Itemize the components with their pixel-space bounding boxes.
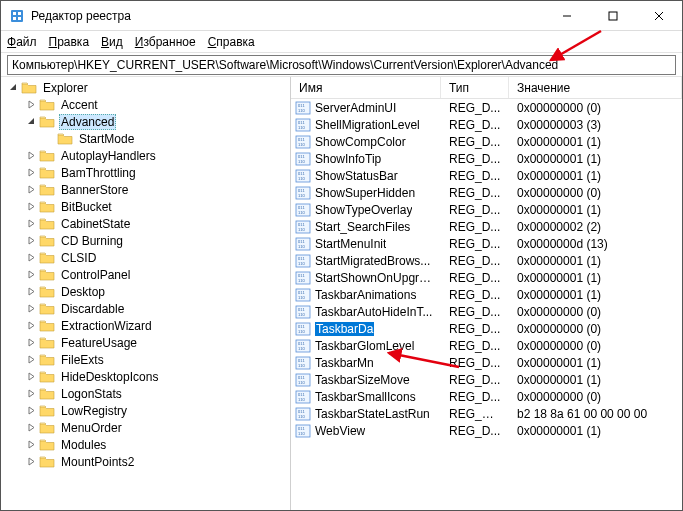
value-row[interactable]: 011110ShowSuperHiddenREG_D...0x00000000 … — [291, 184, 682, 201]
value-row[interactable]: 011110ShowStatusBarREG_D...0x00000001 (1… — [291, 167, 682, 184]
chevron-right-icon[interactable] — [26, 355, 36, 365]
value-row[interactable]: 011110TaskbarMnREG_D...0x00000001 (1) — [291, 354, 682, 371]
folder-icon — [21, 81, 37, 95]
regedit-icon — [9, 8, 25, 24]
value-row[interactable]: 011110TaskbarSizeMoveREG_D...0x00000001 … — [291, 371, 682, 388]
tree-item[interactable]: StartMode — [1, 130, 290, 147]
chevron-right-icon[interactable] — [26, 338, 36, 348]
tree-item[interactable]: ExtractionWizard — [1, 317, 290, 334]
value-data: 0x00000000 (0) — [509, 186, 682, 200]
svg-text:110: 110 — [298, 125, 305, 130]
tree-item[interactable]: AutoplayHandlers — [1, 147, 290, 164]
value-row[interactable]: 011110ShowCompColorREG_D...0x00000001 (1… — [291, 133, 682, 150]
tree-item[interactable]: Modules — [1, 436, 290, 453]
column-name[interactable]: Имя — [291, 77, 441, 98]
tree-item[interactable]: MenuOrder — [1, 419, 290, 436]
value-row[interactable]: 011110StartMenuInitREG_D...0x0000000d (1… — [291, 235, 682, 252]
tree-item[interactable]: Explorer — [1, 79, 290, 96]
tree-item-label: ControlPanel — [59, 268, 132, 282]
svg-rect-4 — [18, 17, 21, 20]
chevron-right-icon[interactable] — [26, 389, 36, 399]
tree-item[interactable]: LogonStats — [1, 385, 290, 402]
chevron-right-icon[interactable] — [26, 372, 36, 382]
tree-item[interactable]: Discardable — [1, 300, 290, 317]
value-type: REG_D... — [441, 152, 509, 166]
chevron-right-icon[interactable] — [26, 185, 36, 195]
folder-icon — [39, 319, 55, 333]
window-title: Редактор реестра — [31, 9, 544, 23]
tree-item[interactable]: HideDesktopIcons — [1, 368, 290, 385]
tree-item[interactable]: CD Burning — [1, 232, 290, 249]
value-row[interactable]: 011110TaskbarDaREG_D...0x00000000 (0) — [291, 320, 682, 337]
value-row[interactable]: 011110TaskbarStateLastRunREG_BI...b2 18 … — [291, 405, 682, 422]
chevron-right-icon[interactable] — [26, 219, 36, 229]
value-row[interactable]: 011110TaskbarAutoHideInT...REG_D...0x000… — [291, 303, 682, 320]
regedit-window: Редактор реестра Файл Правка Вид Избранн… — [0, 0, 683, 511]
tree-item-label: MountPoints2 — [59, 455, 136, 469]
minimize-button[interactable] — [544, 1, 590, 30]
value-row[interactable]: 011110ShowTypeOverlayREG_D...0x00000001 … — [291, 201, 682, 218]
chevron-right-icon[interactable] — [26, 304, 36, 314]
value-row[interactable]: 011110Start_SearchFilesREG_D...0x0000000… — [291, 218, 682, 235]
chevron-right-icon[interactable] — [26, 406, 36, 416]
menu-file[interactable]: Файл — [7, 35, 37, 49]
value-row[interactable]: 011110ShowInfoTipREG_D...0x00000001 (1) — [291, 150, 682, 167]
maximize-button[interactable] — [590, 1, 636, 30]
chevron-right-icon[interactable] — [26, 151, 36, 161]
close-button[interactable] — [636, 1, 682, 30]
tree-item[interactable]: CLSID — [1, 249, 290, 266]
list-panel[interactable]: Имя Тип Значение 011110ServerAdminUIREG_… — [291, 77, 682, 510]
tree-item[interactable]: BamThrottling — [1, 164, 290, 181]
chevron-right-icon[interactable] — [26, 270, 36, 280]
content-area: ExplorerAccentAdvancedStartModeAutoplayH… — [1, 77, 682, 510]
value-row[interactable]: 011110StartMigratedBrows...REG_D...0x000… — [291, 252, 682, 269]
value-data: b2 18 8a 61 00 00 00 00 — [509, 407, 682, 421]
chevron-right-icon[interactable] — [26, 100, 36, 110]
value-row[interactable]: 011110WebViewREG_D...0x00000001 (1) — [291, 422, 682, 439]
column-value[interactable]: Значение — [509, 77, 682, 98]
tree-item[interactable]: MountPoints2 — [1, 453, 290, 470]
chevron-right-icon[interactable] — [26, 423, 36, 433]
value-row[interactable]: 011110ServerAdminUIREG_D...0x00000000 (0… — [291, 99, 682, 116]
tree-item[interactable]: BannerStore — [1, 181, 290, 198]
address-input[interactable] — [7, 55, 676, 75]
folder-icon — [39, 268, 55, 282]
chevron-down-icon[interactable] — [26, 117, 36, 127]
value-row[interactable]: 011110TaskbarAnimationsREG_D...0x0000000… — [291, 286, 682, 303]
folder-icon — [39, 353, 55, 367]
tree-item[interactable]: Accent — [1, 96, 290, 113]
tree-item[interactable]: LowRegistry — [1, 402, 290, 419]
chevron-right-icon[interactable] — [26, 168, 36, 178]
value-row[interactable]: 011110TaskbarGlomLevelREG_D...0x00000000… — [291, 337, 682, 354]
tree-item[interactable]: BitBucket — [1, 198, 290, 215]
chevron-right-icon[interactable] — [26, 440, 36, 450]
chevron-right-icon[interactable] — [26, 287, 36, 297]
menu-help[interactable]: Справка — [208, 35, 255, 49]
value-row[interactable]: 011110ShellMigrationLevelREG_D...0x00000… — [291, 116, 682, 133]
chevron-right-icon[interactable] — [26, 321, 36, 331]
tree-item[interactable]: Advanced — [1, 113, 290, 130]
tree-item[interactable]: ControlPanel — [1, 266, 290, 283]
menu-edit[interactable]: Правка — [49, 35, 90, 49]
tree-item[interactable]: FeatureUsage — [1, 334, 290, 351]
column-type[interactable]: Тип — [441, 77, 509, 98]
chevron-right-icon[interactable] — [26, 457, 36, 467]
value-data: 0x00000000 (0) — [509, 101, 682, 115]
tree-item[interactable]: FileExts — [1, 351, 290, 368]
chevron-right-icon[interactable] — [26, 253, 36, 263]
chevron-right-icon[interactable] — [44, 134, 54, 144]
tree-item[interactable]: CabinetState — [1, 215, 290, 232]
folder-icon — [39, 166, 55, 180]
chevron-right-icon[interactable] — [26, 236, 36, 246]
tree-item[interactable]: Desktop — [1, 283, 290, 300]
tree-item-label: Accent — [59, 98, 100, 112]
folder-icon — [39, 217, 55, 231]
value-row[interactable]: 011110StartShownOnUpgra...REG_D...0x0000… — [291, 269, 682, 286]
tree-panel[interactable]: ExplorerAccentAdvancedStartModeAutoplayH… — [1, 77, 291, 510]
value-row[interactable]: 011110TaskbarSmallIconsREG_D...0x0000000… — [291, 388, 682, 405]
menu-favorites[interactable]: Избранное — [135, 35, 196, 49]
value-type: REG_D... — [441, 424, 509, 438]
chevron-down-icon[interactable] — [8, 83, 18, 93]
menu-view[interactable]: Вид — [101, 35, 123, 49]
chevron-right-icon[interactable] — [26, 202, 36, 212]
